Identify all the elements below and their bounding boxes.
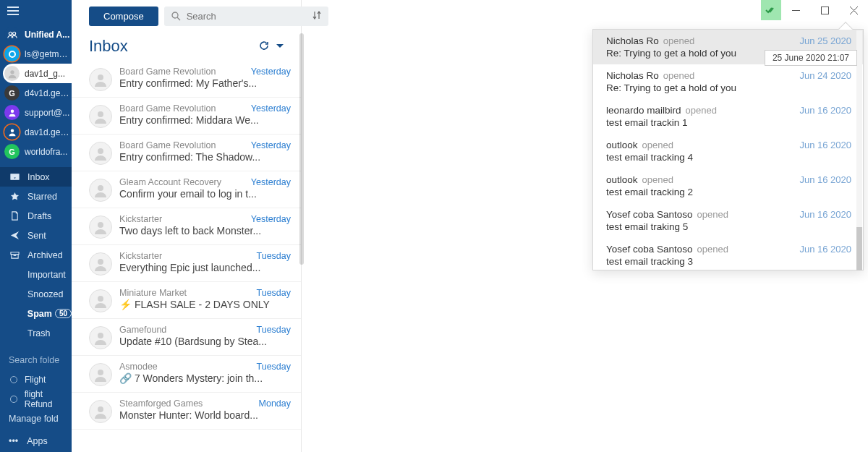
hamburger-icon	[7, 10, 19, 12]
message-date: Yesterday	[251, 214, 291, 224]
search-input[interactable]	[187, 11, 308, 22]
messagelist-scrollbar[interactable]	[299, 0, 304, 452]
folder-item[interactable]: Spam50	[0, 304, 72, 323]
bolt-icon: ⚡	[119, 299, 135, 310]
message-item[interactable]: KickstarterYesterdayTwo days left to bac…	[72, 208, 301, 245]
folder-item[interactable]: Snoozed	[0, 284, 72, 304]
account-item[interactable]: dav1d.gea...	[0, 122, 72, 142]
close-button[interactable]	[839, 0, 868, 20]
ellipsis-icon: •••	[9, 436, 18, 446]
folder-item[interactable]: Important	[0, 265, 72, 284]
message-item[interactable]: AsmodeeTuesday🔗 7 Wonders Mystery: join …	[72, 356, 301, 393]
tracking-subject: test email tracking 4	[606, 152, 851, 163]
svg-point-2	[12, 32, 15, 35]
avatar	[89, 363, 112, 386]
message-subject: Two days left to back Monster...	[119, 225, 291, 236]
message-item[interactable]: Board Game RevolutionYesterdayEntry conf…	[72, 98, 301, 135]
minimize-button[interactable]	[781, 0, 810, 20]
chevron-down-icon	[276, 43, 284, 50]
avatar	[89, 400, 112, 423]
message-sender: Board Game Revolution	[119, 67, 251, 77]
tracking-item[interactable]: Yosef coba SantosoopenedJun 16 2020test …	[593, 238, 863, 271]
avatar	[89, 105, 112, 128]
folder-item[interactable]: Drafts	[0, 206, 72, 226]
filter-dropdown[interactable]	[276, 40, 284, 52]
double-check-icon	[765, 4, 777, 16]
tracking-item[interactable]: Nicholas RoopenedJun 25 2020Re: Trying t…	[593, 30, 863, 64]
user-folder[interactable]: Flight	[0, 370, 72, 389]
message-sender: Miniature Market	[119, 288, 257, 298]
message-subject: Entry confirmed: The Shadow...	[119, 151, 291, 163]
popover-scrollbar-thumb[interactable]	[856, 227, 862, 270]
account-item[interactable]: Unified A...	[0, 25, 72, 44]
scrollbar-thumb[interactable]	[299, 33, 304, 265]
section-title: Inbox	[89, 37, 252, 56]
account-label: ls@getmai...	[25, 49, 72, 59]
message-item[interactable]: Board Game RevolutionYesterdayEntry conf…	[72, 61, 301, 98]
folder-item[interactable]: Trash	[0, 323, 72, 343]
svg-rect-0	[821, 7, 828, 14]
message-item[interactable]: GamefoundTuesdayUpdate #10 (Bardsung by …	[72, 319, 301, 356]
message-item[interactable]: Miniature MarketTuesday⚡ FLASH SALE - 2 …	[72, 282, 301, 319]
tracking-status: opened	[663, 70, 800, 81]
message-date: Yesterday	[251, 67, 291, 77]
folder-item[interactable]: Starred	[0, 187, 72, 206]
sort-icon[interactable]	[312, 11, 321, 22]
tracking-item[interactable]: Yosef coba SantosoopenedJun 16 2020test …	[593, 203, 863, 238]
tracking-item[interactable]: outlookopenedJun 16 2020test email track…	[593, 169, 863, 203]
menu-button[interactable]	[0, 0, 72, 22]
maximize-button[interactable]	[810, 0, 839, 20]
search-icon	[171, 12, 181, 21]
compose-button[interactable]: Compose	[89, 7, 158, 26]
folder-label: Drafts	[27, 211, 51, 221]
manage-folders[interactable]: Manage fold	[0, 409, 72, 428]
account-item[interactable]: Gd4v1d.ge4...	[0, 83, 72, 103]
folder-item[interactable]: Inbox	[0, 167, 72, 187]
refresh-button[interactable]	[259, 40, 269, 53]
folder-label: Spam	[27, 309, 52, 319]
svg-point-12	[98, 222, 103, 228]
account-item[interactable]: dav1d_g...	[3, 64, 72, 83]
message-item[interactable]: Gleam Account RecoveryYesterdayConfirm y…	[72, 171, 301, 208]
apps-button[interactable]: ••• Apps	[0, 430, 72, 452]
tracking-button[interactable]	[761, 0, 781, 20]
message-sender: Asmodee	[119, 362, 257, 372]
svg-point-4	[10, 70, 14, 74]
svg-point-6	[10, 129, 14, 132]
tracking-status: opened	[663, 35, 800, 46]
account-item[interactable]: Gworldofra...	[0, 142, 72, 161]
account-label: Unified A...	[25, 30, 69, 40]
message-sender: Gamefound	[119, 325, 257, 335]
account-item[interactable]: support@...	[0, 103, 72, 122]
tracking-date: Jun 16 2020	[799, 174, 851, 185]
message-item[interactable]: Board Game RevolutionYesterdayEntry conf…	[72, 135, 301, 171]
avatar	[89, 326, 112, 349]
tracking-item[interactable]: leonardo mailbirdopenedJun 16 2020test e…	[593, 99, 863, 134]
search-folders-label: Search folde	[0, 350, 72, 370]
account-icon	[4, 46, 20, 61]
tracking-item[interactable]: Nicholas RoopenedJun 24 2020Re: Trying t…	[593, 64, 863, 99]
folder-label: Inbox	[27, 172, 50, 182]
avatar	[89, 252, 112, 276]
user-folder[interactable]: flight Refund	[0, 389, 72, 409]
message-subject: Everything Epic just launched...	[119, 262, 291, 273]
folder-item[interactable]: Archived	[0, 245, 72, 265]
tracking-item[interactable]: outlookopenedJun 16 2020test email track…	[593, 134, 863, 169]
svg-point-16	[98, 370, 103, 375]
svg-point-5	[10, 109, 14, 113]
tracking-date: Jun 16 2020	[799, 105, 851, 116]
folder-dot-icon	[10, 376, 17, 383]
tracking-status: opened	[642, 140, 800, 150]
message-subject: Update #10 (Bardsung by Stea...	[119, 336, 291, 347]
account-icon	[4, 124, 20, 140]
folder-item[interactable]: Sent	[0, 226, 72, 245]
message-date: Tuesday	[257, 251, 291, 261]
message-item[interactable]: KickstarterTuesdayEverything Epic just l…	[72, 245, 301, 282]
avatar	[89, 289, 112, 312]
account-label: support@...	[25, 108, 69, 118]
account-item[interactable]: ls@getmai...	[0, 44, 72, 64]
message-subject: Monster Hunter: World board...	[119, 409, 291, 421]
message-item[interactable]: Steamforged GamesMondayMonster Hunter: W…	[72, 393, 301, 430]
popover-scrollbar[interactable]	[856, 30, 862, 270]
message-sender: Board Game Revolution	[119, 140, 251, 150]
